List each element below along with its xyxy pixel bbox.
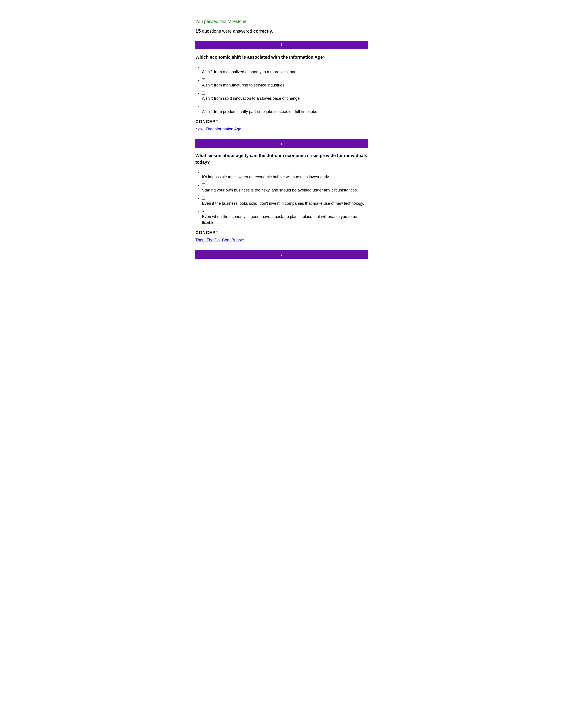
question-number-3: 3 — [195, 250, 368, 259]
option-2-1: It's impossible to tell when an economic… — [202, 170, 368, 180]
checkbox-2-3[interactable] — [202, 197, 205, 200]
list-item: It's impossible to tell when an economic… — [202, 169, 368, 180]
option-1-4: A shift from predominantly part-time job… — [202, 104, 368, 115]
options-list-1: A shift from a globalized economy to a m… — [195, 64, 368, 115]
checkbox-2-2[interactable] — [202, 183, 205, 186]
question-block-1: 1 Which economic shift is associated wit… — [195, 41, 368, 132]
concept-label-2: CONCEPT — [195, 229, 368, 236]
option-text-2-2: Starting your own business is too risky,… — [202, 187, 358, 193]
concept-link-2[interactable]: Then: The Dot-Com Bubble — [195, 238, 244, 242]
question-text-1: Which economic shift is associated with … — [195, 54, 368, 60]
option-2-4: Even when the economy is good, have a ba… — [202, 209, 368, 226]
concept-link-1[interactable]: Now: The Information Age — [195, 127, 241, 131]
option-text-1-2: A shift from manufacturing to service in… — [202, 82, 285, 88]
list-item: A shift from predominantly part-time job… — [202, 104, 368, 115]
page-container: You passed this Milestone 15 questions w… — [182, 0, 381, 275]
option-text-2-4: Even when the economy is good, have a ba… — [202, 214, 368, 226]
options-list-2: It's impossible to tell when an economic… — [195, 169, 368, 226]
summary-line: 15 questions were answered correctly. — [195, 27, 368, 35]
list-item: A shift from a globalized economy to a m… — [202, 64, 368, 75]
list-item: Even if the business looks solid, don't … — [202, 195, 368, 206]
option-1-3: A shift from rapid innovation to a slowe… — [202, 91, 368, 101]
summary-correctly: correctly — [253, 29, 272, 34]
checkbox-1-4[interactable] — [202, 105, 205, 108]
option-text-2-3: Even if the business looks solid, don't … — [202, 201, 364, 206]
checkbox-2-1[interactable] — [202, 170, 205, 173]
summary-text: questions were answered — [202, 29, 252, 34]
checkbox-2-4[interactable] — [202, 210, 205, 213]
checkbox-1-3[interactable] — [202, 92, 205, 95]
list-item: A shift from rapid innovation to a slowe… — [202, 90, 368, 101]
option-text-1-4: A shift from predominantly part-time job… — [202, 109, 317, 115]
concept-label-1: CONCEPT — [195, 118, 368, 125]
option-1-2: A shift from manufacturing to service in… — [202, 78, 368, 88]
question-number-1: 1 — [195, 41, 368, 49]
option-1-1: A shift from a globalized economy to a m… — [202, 65, 368, 75]
milestone-passed-text: You passed this Milestone — [195, 18, 368, 25]
option-text-1-1: A shift from a globalized economy to a m… — [202, 69, 296, 75]
summary-count: 15 — [195, 28, 201, 34]
list-item: A shift from manufacturing to service in… — [202, 77, 368, 88]
option-2-2: Starting your own business is too risky,… — [202, 183, 368, 193]
checkbox-1-1[interactable] — [202, 65, 205, 68]
option-2-3: Even if the business looks solid, don't … — [202, 196, 368, 206]
top-divider — [195, 9, 368, 9]
list-item: Starting your own business is too risky,… — [202, 182, 368, 193]
question-block-3: 3 — [195, 250, 368, 259]
question-number-2: 2 — [195, 139, 368, 148]
option-text-2-1: It's impossible to tell when an economic… — [202, 174, 330, 180]
question-block-2: 2 What lesson about agility can the dot-… — [195, 139, 368, 243]
option-text-1-3: A shift from rapid innovation to a slowe… — [202, 96, 300, 101]
question-text-2: What lesson about agility can the dot-co… — [195, 152, 368, 165]
list-item: Even when the economy is good, have a ba… — [202, 209, 368, 226]
checkbox-1-2[interactable] — [202, 78, 205, 81]
